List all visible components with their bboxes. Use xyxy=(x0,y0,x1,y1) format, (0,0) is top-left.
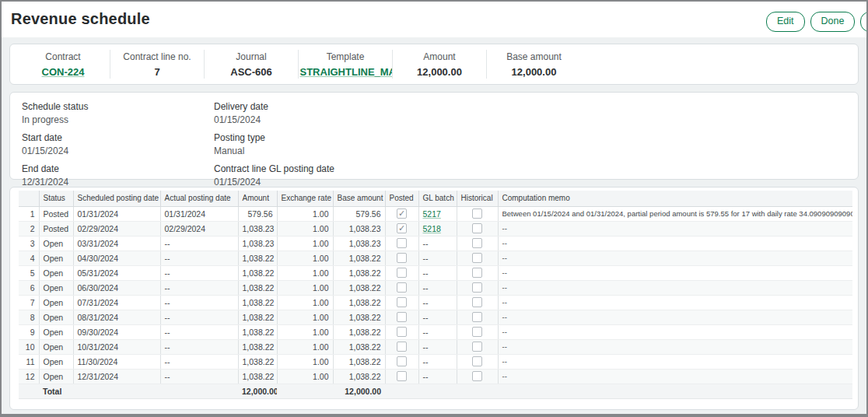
cell-amount: 1,038.23 xyxy=(238,221,277,236)
cell-status: Open xyxy=(39,310,73,324)
details-left-column: Schedule status In progress Start date 0… xyxy=(22,101,214,170)
posted-checkbox[interactable] xyxy=(397,238,407,248)
row-number: 2 xyxy=(19,221,39,236)
posted-checkbox[interactable] xyxy=(397,371,407,381)
cell-gl-batch: -- xyxy=(418,354,457,369)
cell-actual: -- xyxy=(160,295,238,310)
cell-scheduled: 05/31/2024 xyxy=(73,265,160,280)
table-row: 4Open04/30/2024--1,038.221.001,038.22---… xyxy=(19,251,852,265)
posted-checkbox[interactable] xyxy=(397,208,407,219)
summary-field-amount: Amount 12,000.00 xyxy=(393,50,487,79)
contract-label: Contract xyxy=(45,51,80,62)
page-body: Contract CON-224 Contract line no. 7 Jou… xyxy=(2,37,866,415)
cell-base-amount: 1,038.23 xyxy=(333,221,385,236)
posted-checkbox[interactable] xyxy=(397,268,407,278)
total-base-amount: 12,000.00 xyxy=(333,384,385,398)
cell-scheduled: 06/30/2024 xyxy=(73,280,160,295)
posted-checkbox[interactable] xyxy=(397,282,407,293)
cell-status: Open xyxy=(39,236,73,251)
posted-checkbox[interactable] xyxy=(397,297,407,307)
start-date-value: 01/15/2024 xyxy=(22,145,214,156)
posted-checkbox[interactable] xyxy=(397,312,407,322)
contract-line-no-label: Contract line no. xyxy=(123,51,191,62)
cell-status: Open xyxy=(39,265,73,280)
summary-field-contract-line-no: Contract line no. 7 xyxy=(110,50,205,79)
table-row: 12Open12/31/2024--1,038.221.001,038.22--… xyxy=(19,369,852,384)
cell-status: Open xyxy=(39,369,73,384)
cell-base-amount: 1,038.22 xyxy=(333,280,385,295)
table-row: 8Open08/31/2024--1,038.221.001,038.22---… xyxy=(19,310,852,324)
row-number: 4 xyxy=(19,251,39,265)
historical-checkbox[interactable] xyxy=(472,371,482,381)
col-header-historical: Historical xyxy=(457,191,498,206)
cell-gl-batch: -- xyxy=(418,310,457,324)
historical-checkbox[interactable] xyxy=(472,208,482,219)
cell-status: Open xyxy=(39,295,73,310)
cell-memo: -- xyxy=(498,280,852,295)
posted-checkbox[interactable] xyxy=(397,342,407,352)
contract-line-no-value: 7 xyxy=(154,66,159,78)
cell-actual: -- xyxy=(160,369,238,384)
help-button[interactable]: Help xyxy=(860,12,868,32)
done-button[interactable]: Done xyxy=(810,12,856,32)
cell-base-amount: 579.56 xyxy=(333,206,385,221)
field-delivery-date: Delivery date 01/15/2024 xyxy=(214,101,334,125)
historical-checkbox[interactable] xyxy=(472,297,482,307)
summary-field-contract: Contract CON-224 xyxy=(16,50,110,79)
total-amount: 12,000.00 xyxy=(238,384,277,398)
historical-checkbox[interactable] xyxy=(472,327,482,337)
page-header: Revenue schedule Edit Done Help xyxy=(2,2,866,37)
cell-scheduled: 10/31/2024 xyxy=(73,339,160,354)
historical-checkbox[interactable] xyxy=(472,238,482,248)
summary-card: Contract CON-224 Contract line no. 7 Jou… xyxy=(9,44,859,85)
cell-amount: 1,038.22 xyxy=(238,339,277,354)
cell-scheduled: 12/31/2024 xyxy=(73,369,160,384)
historical-checkbox[interactable] xyxy=(472,282,482,293)
historical-checkbox[interactable] xyxy=(472,342,482,352)
cell-base-amount: 1,038.22 xyxy=(333,324,385,339)
historical-checkbox[interactable] xyxy=(472,268,482,278)
gl-batch-link[interactable]: 5217 xyxy=(423,209,441,219)
cell-scheduled: 08/31/2024 xyxy=(73,310,160,324)
cell-actual: -- xyxy=(160,236,238,251)
table-row: 6Open06/30/2024--1,038.221.001,038.22---… xyxy=(19,280,852,295)
template-link[interactable]: STRAIGHTLINE_MANUAL xyxy=(299,66,393,78)
cell-actual: -- xyxy=(160,280,238,295)
cell-exchange-rate: 1.00 xyxy=(277,324,333,339)
cell-memo: -- xyxy=(498,295,852,310)
table-row: 1Posted01/31/202401/31/2024579.561.00579… xyxy=(19,206,852,221)
cell-amount: 1,038.22 xyxy=(238,310,277,324)
cell-gl-batch: -- xyxy=(418,265,457,280)
cell-amount: 1,038.22 xyxy=(238,354,277,369)
col-header-scheduled-posting-date: Scheduled posting date xyxy=(73,191,160,206)
historical-checkbox[interactable] xyxy=(472,312,482,322)
window-frame: Revenue schedule Edit Done Help Contract… xyxy=(0,0,868,417)
posted-checkbox[interactable] xyxy=(397,223,407,233)
cell-exchange-rate: 1.00 xyxy=(277,295,333,310)
posted-checkbox[interactable] xyxy=(397,327,407,337)
row-number: 6 xyxy=(19,280,39,295)
cell-amount: 1,038.22 xyxy=(238,324,277,339)
row-number: 8 xyxy=(19,310,39,324)
field-end-date: End date 12/31/2024 xyxy=(22,163,214,187)
cell-exchange-rate: 1.00 xyxy=(277,265,333,280)
cell-amount: 1,038.22 xyxy=(238,265,277,280)
start-date-label: Start date xyxy=(22,132,214,143)
cell-exchange-rate: 1.00 xyxy=(277,310,333,324)
page-title: Revenue schedule xyxy=(11,10,150,28)
posted-checkbox[interactable] xyxy=(397,253,407,263)
historical-checkbox[interactable] xyxy=(472,253,482,263)
historical-checkbox[interactable] xyxy=(472,223,482,233)
edit-button[interactable]: Edit xyxy=(766,12,805,32)
gl-batch-link[interactable]: 5218 xyxy=(423,224,441,233)
col-header-exchange-rate: Exchange rate xyxy=(277,191,333,206)
posted-checkbox[interactable] xyxy=(397,356,407,366)
field-schedule-status: Schedule status In progress xyxy=(22,101,214,125)
contract-link[interactable]: CON-224 xyxy=(42,66,85,78)
cell-exchange-rate: 1.00 xyxy=(277,280,333,295)
field-posting-type: Posting type Manual xyxy=(214,132,334,156)
cell-exchange-rate: 1.00 xyxy=(277,339,333,354)
cell-base-amount: 1,038.22 xyxy=(333,339,385,354)
historical-checkbox[interactable] xyxy=(472,356,482,366)
summary-field-base-amount: Base amount 12,000.00 xyxy=(487,50,581,79)
